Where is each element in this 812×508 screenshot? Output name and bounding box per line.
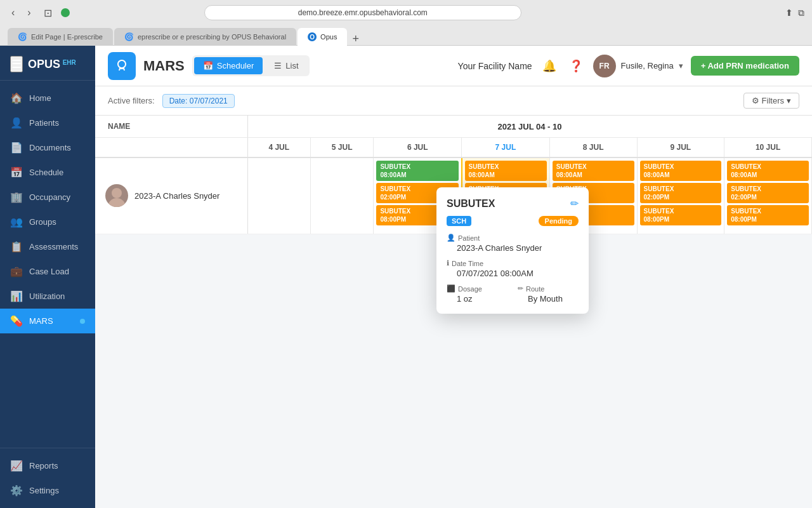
sidebar-item-home[interactable]: 🏠 Home (0, 86, 95, 110)
new-tab-button[interactable]: + (348, 32, 363, 46)
schedule-cell-jul4 (247, 157, 310, 234)
popup-patient-field: 👤 Patient 2023-A Charles Snyder (447, 234, 579, 253)
hamburger-menu[interactable]: ☰ (10, 56, 23, 72)
scheduler-view-button[interactable]: 📅 Scheduler (194, 57, 263, 74)
view-toggle: 📅 Scheduler ☰ List (192, 55, 310, 76)
patient-name: 2023-A Charles Snyder (134, 191, 219, 201)
sidebar: ☰ OPUS EHR 🏠 Home 👤 Patients 📄 Documents (0, 46, 95, 508)
filter-icon: ⚙ (752, 96, 759, 105)
med-pill[interactable]: SUBUTEX08:00PM (727, 205, 809, 225)
notifications-button[interactable]: 🔔 (540, 57, 559, 76)
list-icon: ☰ (274, 61, 282, 70)
app: ☰ OPUS EHR 🏠 Home 👤 Patients 📄 Documents (0, 46, 812, 508)
popup-datetime-field: ℹ Date Time 07/07/2021 08:00AM (447, 259, 579, 278)
med-pill[interactable]: SUBUTEX08:00AM (640, 161, 722, 181)
sidebar-item-label: Settings (29, 486, 59, 495)
logo: OPUS EHR (28, 58, 76, 71)
sidebar-item-caseload[interactable]: 💼 Case Load (0, 259, 95, 284)
popup-patient-value: 2023-A Charles Snyder (447, 243, 579, 253)
popup-header: SUBUTEX ✏ (447, 197, 579, 210)
patient-name-cell: 2023-A Charles Snyder (95, 157, 247, 234)
sidebar-item-occupancy[interactable]: 🏢 Occupancy (0, 185, 95, 210)
schedule-area: NAME 2021 JUL 04 - 10 4 JUL 5 JUL 6 JUL … (95, 116, 812, 508)
popup-dosage-col: ⬛ Dosage 1 oz (447, 284, 508, 304)
popup-route-col: ✏ Route By Mouth (518, 284, 579, 304)
browser-tabs: 🌀 Edit Page | E-prescribe 🌀 eprescribe o… (0, 25, 812, 46)
popup-dosage-route-row: ⬛ Dosage 1 oz ✏ Route By Mouth (447, 284, 579, 304)
caseload-icon: 💼 (10, 265, 23, 277)
sidebar-item-label: Patients (29, 118, 59, 128)
sidebar-item-documents[interactable]: 📄 Documents (0, 135, 95, 160)
dosage-icon: ⬛ (447, 284, 455, 293)
sidebar-item-utilization[interactable]: 📊 Utilization (0, 284, 95, 309)
tab-eprescribe[interactable]: 🌀 Edit Page | E-prescribe (8, 28, 113, 46)
share-button[interactable]: ⬆ (785, 8, 793, 18)
forward-button[interactable]: › (23, 6, 34, 20)
filters-button[interactable]: ⚙ Filters ▾ (743, 93, 799, 109)
med-pill[interactable]: SUBUTEX08:00AM (727, 161, 809, 181)
date-col-jul4: 4 JUL (247, 138, 310, 158)
popup-badge-row: SCH Pending (447, 216, 579, 226)
sidebar-item-assessments[interactable]: 📋 Assessments (0, 234, 95, 259)
sidebar-item-label: Reports (29, 461, 58, 471)
address-bar[interactable]: demo.breeze.emr.opusbehavioral.com (204, 5, 521, 20)
status-badge: Pending (539, 216, 579, 226)
home-icon: 🏠 (10, 92, 23, 104)
name-column-header: NAME (95, 116, 247, 138)
tab-eprescribing[interactable]: 🌀 eprescribe or e prescribing by OPUS Be… (114, 28, 296, 46)
date-col-jul8: 8 JUL (549, 138, 637, 158)
popup-edit-button[interactable]: ✏ (570, 197, 579, 210)
sch-badge: SCH (447, 216, 471, 226)
topbar-left: MARS 📅 Scheduler ☰ List (108, 52, 310, 80)
sidebar-item-schedule[interactable]: 📅 Schedule (0, 160, 95, 185)
sidebar-item-label: Schedule (29, 168, 63, 177)
tab-overview-button[interactable]: ⊡ (40, 6, 56, 20)
med-pill[interactable]: SUBUTEX08:00AM (376, 161, 458, 181)
sidebar-item-reports[interactable]: 📈 Reports (0, 453, 95, 478)
sidebar-nav: 🏠 Home 👤 Patients 📄 Documents 📅 Schedule… (0, 81, 95, 448)
info-icon: ℹ (447, 259, 449, 267)
settings-icon: ⚙️ (10, 485, 23, 497)
date-col-jul5: 5 JUL (310, 138, 373, 158)
med-pill[interactable]: SUBUTEX08:00AM (553, 161, 634, 181)
med-pill[interactable]: SUBUTEX02:00PM (640, 183, 722, 203)
patients-icon: 👤 (10, 117, 23, 129)
sidebar-item-patients[interactable]: 👤 Patients (0, 110, 95, 135)
sidebar-item-label: Assessments (29, 242, 78, 251)
page-title: MARS (143, 58, 185, 74)
medication-popup: SUBUTEX ✏ SCH Pending 👤 Patient 2023-A C… (436, 187, 589, 314)
filter-bar: Active filters: Date: 07/07/2021 ⚙ Filte… (95, 86, 812, 116)
sidebar-item-label: Groups (29, 217, 56, 227)
list-view-button[interactable]: ☰ List (265, 57, 307, 74)
user-profile[interactable]: FR Fusile, Regina ▾ (593, 55, 683, 77)
popup-datetime-label: ℹ Date Time (447, 259, 579, 267)
date-filter-chip[interactable]: Date: 07/07/2021 (162, 94, 235, 108)
popup-title: SUBUTEX (447, 198, 495, 210)
fullscreen-button[interactable]: ⧉ (798, 8, 804, 18)
tab-opus[interactable]: O Opus (298, 28, 347, 46)
sidebar-bottom: 📈 Reports ⚙️ Settings (0, 448, 95, 508)
utilization-icon: 📊 (10, 290, 23, 302)
reports-icon: 📈 (10, 460, 23, 472)
week-header-row: NAME 2021 JUL 04 - 10 (95, 116, 812, 138)
avatar: FR (593, 55, 616, 77)
back-button[interactable]: ‹ (8, 6, 18, 20)
sidebar-item-mars[interactable]: 💊 MARS (0, 309, 95, 333)
occupancy-icon: 🏢 (10, 191, 23, 203)
sidebar-item-groups[interactable]: 👥 Groups (0, 210, 95, 234)
topbar: MARS 📅 Scheduler ☰ List Your Facility Na… (95, 46, 812, 86)
med-pill[interactable]: SUBUTEX08:00AM (465, 161, 547, 181)
help-button[interactable]: ❓ (566, 57, 586, 76)
date-col-jul10: 10 JUL (724, 138, 812, 158)
mars-icon-box (108, 52, 136, 80)
user-name: Fusile, Regina (621, 61, 674, 70)
sidebar-item-settings[interactable]: ⚙️ Settings (0, 478, 95, 503)
date-col-jul7: 7 JUL (462, 138, 550, 158)
popup-datetime-value: 07/07/2021 08:00AM (447, 269, 579, 278)
active-filters-label: Active filters: (108, 96, 155, 105)
med-pill[interactable]: SUBUTEX02:00PM (727, 183, 809, 203)
groups-icon: 👥 (10, 216, 23, 228)
med-pill[interactable]: SUBUTEX08:00PM (640, 205, 722, 225)
popup-patient-label: 👤 Patient (447, 234, 579, 242)
add-prn-button[interactable]: + Add PRN medication (691, 56, 799, 76)
